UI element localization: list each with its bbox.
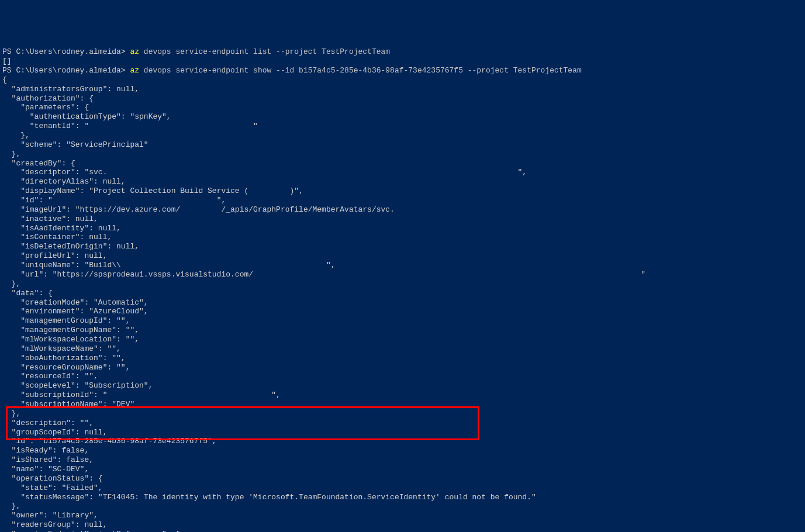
json-line: "environment": "AzureCloud", [2, 307, 803, 316]
az-command: az [130, 66, 143, 75]
json-line: "id": "b157a4c5-285e-4b36-98af-73e423576… [2, 437, 803, 446]
ps-prompt: PS C:\Users\rodney.almeida> [2, 66, 130, 75]
json-line: }, [2, 131, 803, 140]
json-output: { "administratorsGroup": null, "authoriz… [2, 75, 803, 532]
json-line: "owner": "Library", [2, 511, 803, 520]
json-line: "subscriptionName": "DEV" [2, 400, 803, 409]
json-line: "operationStatus": { [2, 474, 803, 483]
json-line: "uniqueName": "Build\\ ", [2, 261, 803, 270]
json-line: "creationMode": "Automatic", [2, 298, 803, 308]
json-line: "isAadIdentity": null, [2, 224, 803, 233]
prompt-line-1: PS C:\Users\rodney.almeida> az devops se… [2, 47, 390, 56]
json-line: "resourceId": "", [2, 372, 803, 381]
json-line: "serviceEndpointProjectReferences": [ [2, 530, 803, 532]
json-line: "url": "https://spsprodeau1.vssps.visual… [2, 270, 803, 279]
terminal-window[interactable]: PS C:\Users\rodney.almeida> az devops se… [2, 38, 803, 532]
command-args: devops service-endpoint list --project T… [144, 47, 390, 56]
json-line: "profileUrl": null, [2, 251, 803, 261]
output-line: [] [2, 57, 12, 65]
json-line: }, [2, 150, 803, 159]
json-line: "administratorsGroup": null, [2, 85, 803, 94]
json-line: "description": "", [2, 419, 803, 428]
json-line: "name": "SC-DEV", [2, 465, 803, 474]
json-line: "descriptor": "svc. ", [2, 168, 803, 177]
json-line: "mlWorkspaceLocation": "", [2, 335, 803, 344]
json-line: "isShared": false, [2, 455, 803, 465]
json-line: { [2, 75, 803, 85]
json-line: "mlWorkspaceName": "", [2, 344, 803, 354]
json-line: "authenticationType": "spnKey", [2, 112, 803, 122]
json-line: "scopeLevel": "Subscription", [2, 381, 803, 391]
json-line: "parameters": { [2, 103, 803, 112]
json-line: "displayName": "Project Collection Build… [2, 186, 803, 196]
command-args: devops service-endpoint show --id b157a4… [144, 66, 582, 75]
json-line: "isDeletedInOrigin": null, [2, 242, 803, 251]
json-line: "inactive": null, [2, 215, 803, 224]
ps-prompt: PS C:\Users\rodney.almeida> [2, 47, 130, 56]
json-line: "authorization": { [2, 94, 803, 103]
prompt-line-2: PS C:\Users\rodney.almeida> az devops se… [2, 66, 582, 75]
json-line: "subscriptionId": " ", [2, 391, 803, 400]
json-line: "oboAuthorization": "", [2, 354, 803, 363]
json-line: "groupScopeId": null, [2, 428, 803, 437]
json-line: "scheme": "ServicePrincipal" [2, 140, 803, 150]
json-line: "createdBy": { [2, 159, 803, 168]
json-line: }, [2, 279, 803, 289]
json-line: "directoryAlias": null, [2, 177, 803, 186]
json-line: }, [2, 409, 803, 419]
json-line: "imageUrl": "https://dev.azure.com/ /_ap… [2, 205, 803, 215]
json-line: "statusMessage": "TF14045: The identity … [2, 493, 803, 502]
json-line: "state": "Failed", [2, 483, 803, 493]
json-line: "isContainer": null, [2, 233, 803, 242]
az-command: az [130, 47, 143, 56]
json-line: "readersGroup": null, [2, 520, 803, 530]
json-line: "tenantId": " " [2, 122, 803, 131]
json-line: "data": { [2, 289, 803, 298]
json-line: }, [2, 502, 803, 511]
json-line: "id": " ", [2, 196, 803, 205]
json-line: "resourceGroupName": "", [2, 363, 803, 372]
json-line: "managementGroupId": "", [2, 316, 803, 326]
json-line: "isReady": false, [2, 446, 803, 455]
json-line: "managementGroupName": "", [2, 326, 803, 335]
